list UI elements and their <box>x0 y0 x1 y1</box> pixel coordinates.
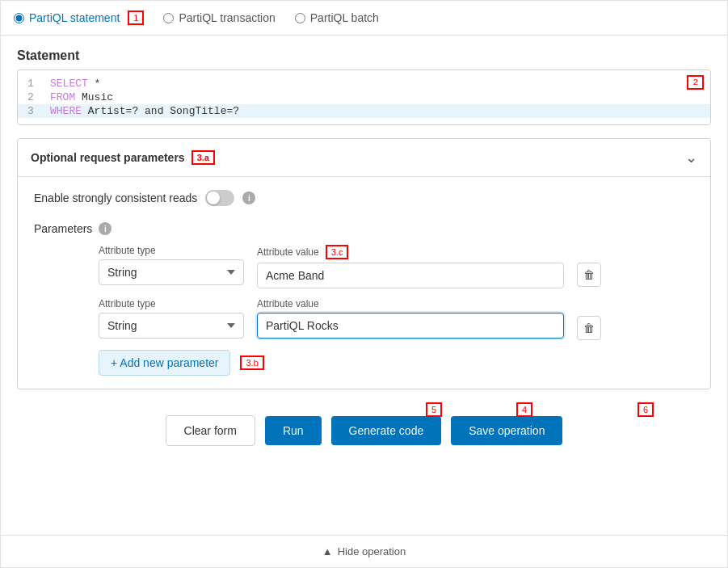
badge-2: 2 <box>687 75 704 90</box>
consistent-reads-toggle[interactable] <box>205 190 234 206</box>
line-num-2: 2 <box>27 91 44 103</box>
tab-statement[interactable]: PartiQL statement 1 <box>14 11 144 25</box>
code-editor[interactable]: 1 SELECT * 2 FROM Music 3 WHERE Artist=?… <box>17 69 711 125</box>
param-value-field-1: Attribute value 3.c <box>257 245 564 288</box>
badge-5: 5 <box>426 402 442 417</box>
optional-header[interactable]: Optional request parameters 3.a ⌄ <box>18 139 710 176</box>
generate-code-button[interactable]: Generate code <box>331 416 442 445</box>
param-type-select-2[interactable]: String Number Boolean <box>99 313 244 339</box>
param-type-label-1: Attribute type <box>99 245 244 256</box>
code-keyword-2: FROM <box>50 91 75 103</box>
param-entry-1: Attribute type String Number Boolean Att… <box>34 245 694 288</box>
optional-section: Optional request parameters 3.a ⌄ Enable… <box>17 138 711 389</box>
param-type-label-2: Attribute type <box>99 298 244 309</box>
code-line-2: 2 FROM Music <box>18 90 710 104</box>
tab-batch[interactable]: PartiQL batch <box>295 11 379 24</box>
badge-6: 6 <box>638 402 654 417</box>
parameters-info-icon[interactable]: i <box>99 222 112 235</box>
code-rest-3: Artist=? and SongTitle=? <box>82 105 239 117</box>
badge-1: 1 <box>128 11 144 25</box>
statement-section: Statement 1 SELECT * 2 FROM Music 3 WHER… <box>17 48 711 125</box>
hide-operation-label: Hide operation <box>338 545 406 557</box>
add-param-button-label: + Add new parameter <box>111 356 218 369</box>
parameters-row: Parameters i <box>34 222 694 235</box>
hide-up-icon: ▲ <box>322 545 333 557</box>
code-rest-2: Music <box>75 91 113 103</box>
add-param-row: + Add new parameter 3.b <box>34 350 694 376</box>
code-keyword-1: SELECT <box>50 78 88 90</box>
optional-title: Optional request parameters <box>31 151 185 164</box>
param-value-input-2[interactable] <box>257 313 564 339</box>
tab-statement-label: PartiQL statement <box>29 11 120 24</box>
code-rest-1: * <box>88 78 101 90</box>
save-operation-button[interactable]: Save operation <box>451 416 562 445</box>
param-value-label-1: Attribute value <box>257 246 319 258</box>
statement-title: Statement <box>17 48 711 63</box>
tab-transaction[interactable]: PartiQL transaction <box>163 11 275 24</box>
code-keyword-3: WHERE <box>50 105 82 117</box>
param-value-input-1[interactable] <box>257 263 564 288</box>
toggle-label: Enable strongly consistent reads <box>34 191 197 204</box>
line-num-3: 3 <box>27 105 44 117</box>
optional-header-left: Optional request parameters 3.a <box>31 150 215 165</box>
main-content: Statement 1 SELECT * 2 FROM Music 3 WHER… <box>1 36 727 535</box>
param-type-field-1: Attribute type String Number Boolean <box>99 245 244 285</box>
run-button[interactable]: Run <box>265 416 322 445</box>
toggle-knob <box>207 191 220 204</box>
tab-batch-label: PartiQL batch <box>310 11 379 24</box>
code-line-3: 3 WHERE Artist=? and SongTitle=? <box>18 104 710 118</box>
param-value-label-2: Attribute value <box>257 298 564 309</box>
toggle-row: Enable strongly consistent reads i <box>34 190 694 206</box>
badge-4: 4 <box>516 402 532 417</box>
line-num-1: 1 <box>27 78 44 90</box>
action-bar: 5 4 6 Clear form Run Generate code Save … <box>17 402 711 459</box>
badge-3b: 3.b <box>240 356 263 370</box>
parameters-label: Parameters <box>34 222 92 235</box>
add-param-button[interactable]: + Add new parameter <box>99 350 230 376</box>
badge-3a: 3.a <box>191 150 215 165</box>
consistent-reads-info-icon[interactable]: i <box>242 191 255 204</box>
clear-form-button[interactable]: Clear form <box>166 415 255 446</box>
param-value-field-2: Attribute value <box>257 298 564 339</box>
code-line-1: 1 SELECT * <box>18 77 710 90</box>
param-type-select-1[interactable]: String Number Boolean <box>99 259 244 285</box>
tab-bar: PartiQL statement 1 PartiQL transaction … <box>1 1 727 36</box>
hide-operation-bar[interactable]: ▲ Hide operation <box>1 535 727 567</box>
param-delete-button-1[interactable]: 🗑 <box>577 263 601 287</box>
badge-3c: 3.c <box>326 245 349 259</box>
param-type-field-2: Attribute type String Number Boolean <box>99 298 244 339</box>
tab-transaction-label: PartiQL transaction <box>179 11 275 24</box>
optional-body: Enable strongly consistent reads i Param… <box>18 176 710 389</box>
chevron-down-icon: ⌄ <box>685 149 697 166</box>
param-entry-2: Attribute type String Number Boolean Att… <box>34 298 694 340</box>
param-delete-button-2[interactable]: 🗑 <box>577 316 601 340</box>
